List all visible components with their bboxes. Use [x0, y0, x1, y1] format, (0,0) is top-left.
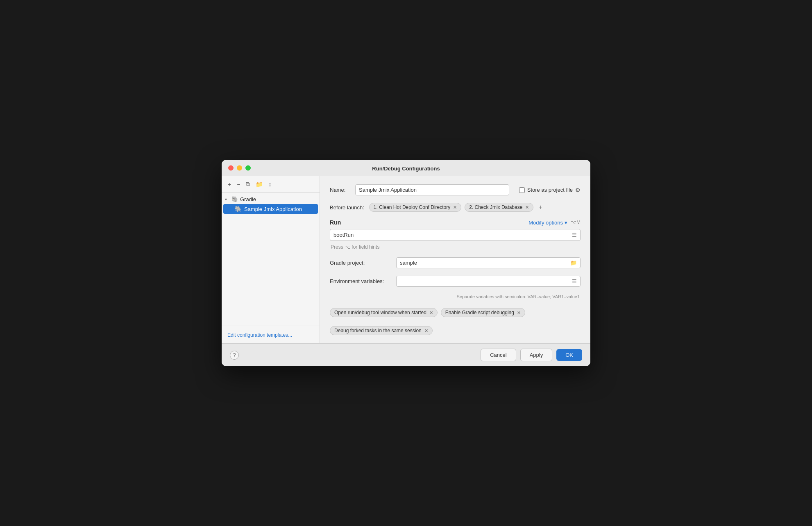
env-vars-input-wrap: ☰ — [396, 276, 581, 287]
sidebar: + − ⧉ 📁 ↕ ▾ 🐘 Gradle 🐘 — [222, 176, 320, 343]
run-section: Run Modify options ▾ ⌥M ☰ Press ⌥ for fi… — [330, 219, 581, 250]
run-debug-configurations-dialog: Run/Debug Configurations + − ⧉ 📁 ↕ ▾ — [222, 160, 590, 366]
gradle-project-input[interactable] — [400, 260, 570, 266]
option-tag-1-label: Open run/debug tool window when started — [334, 310, 426, 315]
run-input[interactable] — [333, 232, 572, 238]
sidebar-tree: ▾ 🐘 Gradle 🐘 Sample Jmix Application — [222, 193, 320, 326]
main-panel: Name: Store as project file ⚙ Before lau… — [320, 176, 590, 343]
add-before-launch-button[interactable]: + — [537, 204, 544, 211]
run-title: Run — [330, 219, 341, 226]
title-bar: Run/Debug Configurations — [222, 160, 590, 176]
edit-templates-link[interactable]: Edit configuration templates... — [227, 332, 292, 338]
before-launch-tag-2: 2. Check Jmix Database ✕ — [465, 203, 533, 212]
modify-options-label: Modify options — [528, 220, 563, 226]
before-launch-label: Before launch: — [330, 204, 364, 211]
before-launch-tag-2-label: 2. Check Jmix Database — [469, 204, 522, 210]
maximize-button[interactable] — [245, 165, 251, 170]
sidebar-footer: Edit configuration templates... — [222, 326, 320, 343]
folder-config-button[interactable]: 📁 — [254, 180, 265, 189]
before-launch-tag-1-close[interactable]: ✕ — [452, 205, 457, 210]
minimize-button[interactable] — [237, 165, 242, 170]
footer-actions: Cancel Apply OK — [481, 349, 582, 361]
apply-button[interactable]: Apply — [520, 349, 553, 361]
store-project-section: Store as project file ⚙ — [519, 187, 581, 193]
env-vars-hint: Separate variables with semicolon: VAR=v… — [330, 294, 581, 299]
gradle-icon: 🐘 — [231, 196, 238, 202]
env-vars-label: Environment variables: — [330, 278, 391, 284]
sidebar-item-label: Sample Jmix Application — [244, 206, 302, 212]
option-tag-3-close[interactable]: ✕ — [424, 328, 428, 333]
option-tag-3: Debug forked tasks in the same session ✕ — [330, 326, 433, 335]
env-vars-input[interactable] — [400, 278, 572, 284]
ok-button[interactable]: OK — [556, 349, 582, 361]
before-launch-tag-1-label: 1. Clean Hot Deploy Conf Directory — [374, 204, 450, 210]
before-launch-tag-2-close[interactable]: ✕ — [524, 205, 529, 210]
name-label: Name: — [330, 187, 350, 193]
gradle-project-row: Gradle project: 📁 — [330, 257, 581, 268]
option-tag-1-close[interactable]: ✕ — [429, 310, 433, 315]
env-vars-browse-icon[interactable]: ☰ — [572, 278, 577, 284]
run-header: Run Modify options ▾ ⌥M — [330, 219, 581, 226]
window-controls — [228, 165, 251, 170]
gradle-project-label: Gradle project: — [330, 260, 391, 266]
dialog-footer: ? Cancel Apply OK — [222, 343, 590, 366]
run-input-browse-icon[interactable]: ☰ — [572, 232, 577, 238]
folder-browse-icon[interactable]: 📁 — [570, 260, 577, 266]
copy-config-button[interactable]: ⧉ — [244, 179, 252, 189]
sidebar-item-sample-jmix[interactable]: 🐘 Sample Jmix Application — [223, 204, 318, 214]
dialog-body: + − ⧉ 📁 ↕ ▾ 🐘 Gradle 🐘 — [222, 176, 590, 343]
help-button[interactable]: ? — [230, 351, 239, 360]
env-vars-row: Environment variables: ☰ — [330, 276, 581, 287]
cancel-button[interactable]: Cancel — [481, 349, 516, 361]
field-hint: Press ⌥ for field hints — [330, 244, 581, 250]
close-button[interactable] — [228, 165, 234, 170]
store-project-checkbox[interactable] — [519, 187, 525, 193]
chevron-down-icon: ▾ — [565, 220, 567, 226]
add-config-button[interactable]: + — [226, 180, 233, 189]
option-tags-row: Open run/debug tool window when started … — [330, 306, 581, 317]
option-tag-2: Enable Gradle script debugging ✕ — [441, 308, 525, 317]
copy-icon: ⧉ — [246, 181, 250, 187]
modify-options-button[interactable]: Modify options ▾ — [528, 220, 567, 226]
run-input-wrap: ☰ — [330, 229, 581, 241]
dialog-title: Run/Debug Configurations — [372, 166, 440, 172]
remove-config-button[interactable]: − — [235, 180, 242, 189]
gradle-group-label: Gradle — [240, 196, 256, 202]
before-launch-section: Before launch: 1. Clean Hot Deploy Conf … — [330, 203, 581, 212]
option-tag-2-close[interactable]: ✕ — [516, 310, 521, 315]
gradle-item-icon: 🐘 — [235, 206, 242, 212]
store-project-label: Store as project file — [527, 187, 573, 193]
gear-icon[interactable]: ⚙ — [575, 187, 581, 193]
before-launch-tag-1: 1. Clean Hot Deploy Conf Directory ✕ — [369, 203, 461, 212]
gradle-project-input-wrap: 📁 — [396, 257, 581, 268]
sort-icon: ↕ — [268, 181, 271, 188]
sort-config-button[interactable]: ↕ — [266, 180, 273, 189]
gradle-group[interactable]: ▾ 🐘 Gradle — [222, 194, 320, 204]
option-tags-row-2: Debug forked tasks in the same session ✕ — [330, 324, 581, 335]
chevron-down-icon: ▾ — [225, 197, 230, 202]
option-tag-3-label: Debug forked tasks in the same session — [334, 328, 422, 333]
sidebar-toolbar: + − ⧉ 📁 ↕ — [222, 176, 320, 193]
name-input[interactable] — [355, 184, 509, 195]
option-tag-1: Open run/debug tool window when started … — [330, 308, 438, 317]
name-row: Name: Store as project file ⚙ — [330, 184, 581, 195]
modify-options-shortcut: ⌥M — [571, 220, 581, 225]
folder-icon: 📁 — [256, 181, 263, 188]
option-tag-2-label: Enable Gradle script debugging — [445, 310, 514, 315]
